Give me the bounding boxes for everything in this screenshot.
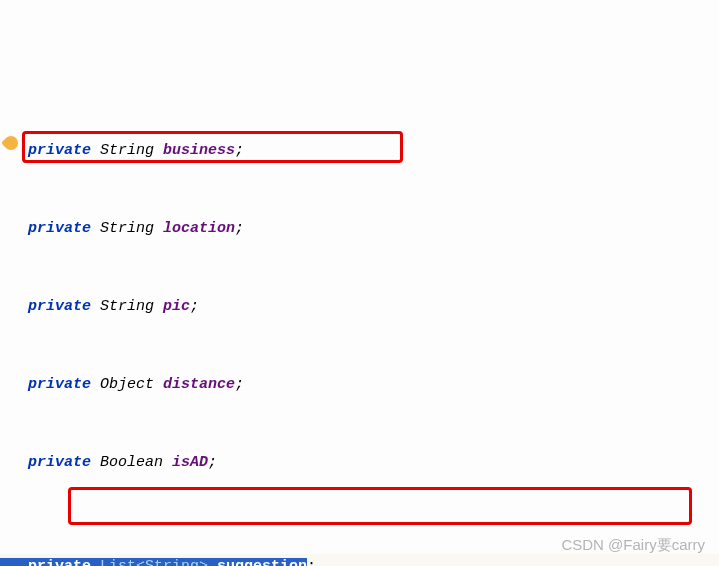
code-line: private Object distance; (0, 372, 719, 398)
annotation-box (68, 487, 692, 525)
code-line: private String location; (0, 216, 719, 242)
code-line: private String business; (0, 138, 719, 164)
code-editor: private String business; private String … (0, 0, 719, 566)
code-line: private Boolean isAD; (0, 450, 719, 476)
watermark-text: CSDN @Fairy要carry (561, 532, 705, 558)
code-line: private String pic; (0, 294, 719, 320)
